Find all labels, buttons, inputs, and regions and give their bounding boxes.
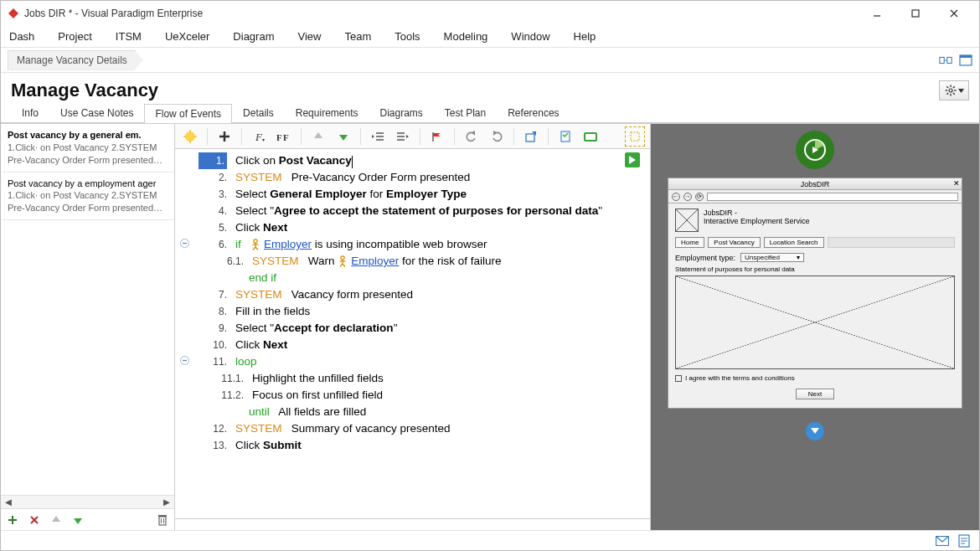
flow-step[interactable]: 7.SYSTEM Vacancy form presented	[175, 286, 643, 303]
breadcrumb[interactable]: Manage Vacancy Details	[8, 50, 143, 70]
svg-line-67	[255, 247, 258, 250]
step-text: SYSTEM Summary of vacancy presented	[235, 420, 640, 437]
note-icon[interactable]	[957, 534, 971, 548]
flow-step[interactable]: 12.SYSTEM Summary of vacancy presented	[175, 420, 643, 437]
statusbar	[1, 530, 979, 550]
flow-step[interactable]: until All fields are filled	[175, 404, 643, 420]
export-button[interactable]	[521, 126, 541, 147]
maximize-button[interactable]	[897, 2, 934, 25]
svg-marker-42	[339, 135, 348, 141]
flow-step[interactable]: 3.Select General Employer for Employer T…	[175, 186, 643, 203]
scroll-down-icon[interactable]	[806, 422, 824, 440]
undo-button[interactable]	[462, 126, 482, 147]
flow-step[interactable]: 13.Click Submit	[175, 437, 643, 454]
step-up-button[interactable]	[308, 126, 328, 147]
panel-toggle-icon[interactable]	[959, 54, 972, 67]
step-down-button[interactable]	[333, 126, 353, 147]
menubar: Dash Project ITSM UeXceler Diagram View …	[1, 26, 979, 48]
minimize-button[interactable]	[859, 2, 895, 25]
step-number: 8.	[199, 303, 227, 320]
tab-diagrams[interactable]: Diagrams	[369, 103, 433, 122]
close-button[interactable]	[936, 2, 972, 25]
wireframe-home-btn: Home	[675, 237, 704, 248]
flow-step[interactable]: 9.Select "Accept for declaration"	[175, 320, 643, 337]
nav-back-icon: ←	[672, 193, 680, 201]
tab-flow-of-events[interactable]: Flow of Events	[144, 104, 232, 123]
menu-dash[interactable]: Dash	[9, 30, 34, 43]
tab-details[interactable]: Details	[232, 103, 285, 122]
scenario-item[interactable]: Post vacancy by a general em. 1.Click· o…	[1, 124, 174, 173]
remove-scenario-button[interactable]	[28, 513, 41, 527]
italic-format-button[interactable]: F	[249, 126, 269, 147]
flow-step[interactable]: 11.loop	[175, 353, 643, 370]
step-number: 7.	[199, 286, 227, 303]
test-button[interactable]	[555, 126, 575, 147]
wireframe-title: JobsDIR	[801, 180, 830, 188]
step-number: 9.	[199, 320, 227, 337]
new-step-button[interactable]	[180, 126, 200, 147]
menu-tools[interactable]: Tools	[395, 30, 420, 43]
flow-step[interactable]: 4.Select "Agree to accept the statement …	[175, 203, 643, 219]
menu-team[interactable]: Team	[344, 30, 371, 43]
redo-button[interactable]	[487, 126, 507, 147]
flow-step[interactable]: 2.SYSTEM Pre-Vacancy Order Form presente…	[175, 169, 643, 186]
wireframe-button[interactable]	[580, 126, 601, 147]
outdent-button[interactable]	[368, 126, 388, 147]
svg-line-71	[340, 264, 343, 267]
svg-marker-46	[372, 135, 374, 138]
flow-step[interactable]: 5.Click Next	[175, 219, 643, 236]
settings-button[interactable]	[939, 80, 969, 100]
menu-project[interactable]: Project	[58, 30, 91, 43]
menu-uexceler[interactable]: UeXceler	[165, 30, 209, 43]
step-number: 13.	[199, 437, 227, 454]
collapse-toggle[interactable]	[178, 356, 190, 365]
menu-diagram[interactable]: Diagram	[233, 30, 274, 43]
wireframe-employment-type-select: Unspecified▾	[740, 253, 804, 262]
menu-itsm[interactable]: ITSM	[116, 30, 142, 43]
flow-step[interactable]: 10.Click Next	[175, 337, 643, 353]
wireframe-preview[interactable]: JobsDIR✕ ← → ⟳ JobsDIR - Interactive Emp…	[668, 178, 962, 409]
menu-modeling[interactable]: Modeling	[444, 30, 488, 43]
nav-forward-icon: →	[683, 193, 692, 201]
move-down-button[interactable]	[71, 513, 85, 527]
svg-line-18	[946, 93, 948, 95]
wireframe-agree-checkbox	[675, 375, 682, 382]
step-text: Highlight the unfilled fields	[252, 370, 640, 387]
tab-test-plan[interactable]: Test Plan	[434, 103, 497, 122]
step-text: Click Next	[235, 219, 640, 236]
menu-window[interactable]: Window	[511, 30, 549, 43]
flow-step[interactable]: 6.if Employer is using incompatible web …	[175, 236, 643, 253]
add-scenario-button[interactable]	[6, 513, 19, 527]
flow-step[interactable]: 11.2.Focus on first unfilled field	[175, 387, 643, 404]
mail-icon[interactable]	[936, 534, 949, 548]
clear-format-button[interactable]: FF	[274, 126, 294, 147]
scenarios-scrollbar[interactable]: ◄►	[1, 495, 174, 508]
step-number: 5.	[199, 219, 227, 236]
move-up-button[interactable]	[49, 513, 63, 527]
menu-view[interactable]: View	[297, 30, 321, 43]
flow-step[interactable]: 11.1.Highlight the unfilled fields	[175, 370, 643, 387]
collapse-toggle[interactable]	[178, 239, 190, 248]
indent-button[interactable]	[393, 126, 413, 147]
tab-references[interactable]: References	[497, 103, 570, 122]
app-icon	[8, 8, 19, 19]
flag-button[interactable]	[427, 126, 447, 147]
flow-step[interactable]: 1.Click on Post Vacancy	[175, 152, 643, 169]
tab-info[interactable]: Info	[11, 103, 49, 122]
menu-help[interactable]: Help	[574, 30, 596, 43]
step-text: Fill in the fields	[235, 303, 640, 320]
play-step-button[interactable]	[625, 152, 640, 167]
scenario-item[interactable]: Post vacancy by a employment ager 1.Clic…	[1, 173, 174, 221]
tab-use-case-notes[interactable]: Use Case Notes	[49, 103, 144, 122]
flow-step[interactable]: end if	[175, 270, 643, 286]
flow-editor[interactable]: 1.Click on Post Vacancy2.SYSTEM Pre-Vaca…	[175, 149, 650, 518]
tab-requirements[interactable]: Requirements	[285, 103, 369, 122]
flow-step[interactable]: 8.Fill in the fields	[175, 303, 643, 320]
switch-pane-icon[interactable]	[939, 54, 952, 67]
trash-button[interactable]	[156, 513, 169, 527]
svg-point-30	[185, 131, 195, 142]
flow-step[interactable]: 6.1.SYSTEM Warn Employer for the risk of…	[175, 253, 643, 270]
selection-tool-button[interactable]	[625, 126, 645, 147]
wireframe-post-vacancy-btn: Post Vacancy	[708, 237, 760, 248]
add-button[interactable]	[214, 126, 235, 147]
